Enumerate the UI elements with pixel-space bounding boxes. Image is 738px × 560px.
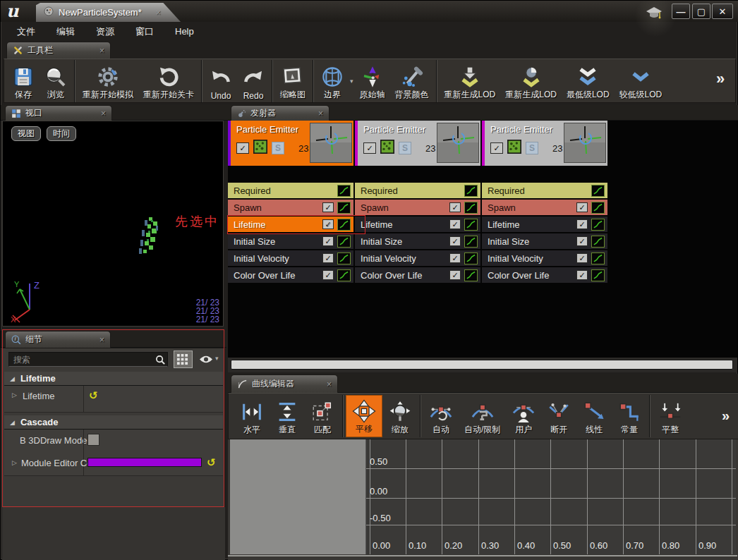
menu-item-2[interactable]: 编辑 <box>47 23 84 41</box>
module-row-color-over-life[interactable]: Color Over Life✓ <box>228 267 353 283</box>
module-row-color-over-life[interactable]: Color Over Life✓ <box>482 267 607 283</box>
menu-item-5[interactable]: Help <box>166 23 203 39</box>
module-curve-icon[interactable] <box>591 202 605 214</box>
module-curve-icon[interactable] <box>464 202 478 214</box>
module-row-required[interactable]: Required <box>355 183 480 198</box>
tab-emitters[interactable]: 发射器 × <box>231 105 329 121</box>
module-curve-icon[interactable] <box>337 202 351 214</box>
module-curve-icon[interactable] <box>337 269 351 281</box>
curve-button-断开[interactable]: 断开 <box>541 395 576 437</box>
toolbar-button-保存[interactable]: 保存 <box>7 61 40 102</box>
emitter-header[interactable]: Particle Emitter✓S23 <box>358 121 480 166</box>
emitter-enabled-checkbox[interactable]: ✓ <box>236 142 249 154</box>
module-row-lifetime[interactable]: Lifetime✓ <box>482 217 607 232</box>
module-row-initial-size[interactable]: Initial Size✓ <box>355 233 480 249</box>
module-curve-icon[interactable] <box>337 236 351 248</box>
module-enabled-checkbox[interactable]: ✓ <box>449 270 461 280</box>
module-enabled-checkbox[interactable]: ✓ <box>449 253 461 263</box>
toolbar-button-重新生成lod[interactable]: 重新生成LOD <box>440 61 501 102</box>
toolbar-button-重新开始模拟[interactable]: 重新开始模拟 <box>78 61 138 102</box>
divider[interactable] <box>83 430 84 475</box>
module-row-required[interactable]: Required <box>228 183 353 198</box>
curve-button-自动[interactable]: 自动 <box>423 395 459 437</box>
module-row-required[interactable]: Required <box>482 183 607 198</box>
curve-button-自动/限制[interactable]: 自动/限制 <box>459 395 506 437</box>
module-row-lifetime[interactable]: Lifetime✓ <box>355 217 480 232</box>
toolbar-button-边界[interactable]: 边界 <box>316 61 349 102</box>
minimize-button[interactable]: — <box>672 4 690 19</box>
curve-button-用户[interactable]: 用户 <box>506 395 541 437</box>
curve-toolbar-overflow-button[interactable]: » <box>722 408 730 424</box>
emitters-tab-close-icon[interactable]: × <box>318 109 323 118</box>
reset-to-default-icon[interactable]: ↺ <box>89 390 98 401</box>
module-row-spawn[interactable]: Spawn✓ <box>355 200 480 215</box>
section-expander-icon[interactable]: ◢ <box>10 375 15 382</box>
toolbar-tab-close-icon[interactable]: × <box>99 46 104 56</box>
toolbar-overflow-button[interactable]: » <box>716 70 725 88</box>
emitter-header-selected[interactable]: Particle Emitter✓S23 <box>231 121 353 166</box>
toolbar-button-缩略图[interactable]: 缩略图 <box>275 61 310 102</box>
module-curve-icon[interactable] <box>591 185 605 197</box>
asset-tab-close-icon[interactable]: × <box>156 8 161 18</box>
tab-curve-editor[interactable]: 曲线编辑器 × <box>231 375 338 393</box>
burst-icon[interactable] <box>507 140 521 157</box>
curve-button-常量[interactable]: 常量 <box>612 395 647 437</box>
curve-graph[interactable]: 0.500.00-0.500.000.100.200.300.400.500.6… <box>366 439 736 554</box>
module-curve-icon[interactable] <box>464 252 478 264</box>
module-enabled-checkbox[interactable]: ✓ <box>322 202 334 212</box>
toolbar-button-浏览[interactable]: 浏览 <box>40 61 72 102</box>
time-menu-button[interactable]: 时间 <box>47 126 76 141</box>
module-row-initial-velocity[interactable]: Initial Velocity✓ <box>355 250 480 266</box>
module-enabled-checkbox[interactable]: ✓ <box>449 236 461 246</box>
emitters-panel[interactable]: Particle Emitter✓S23RequiredSpawn✓Lifeti… <box>228 121 737 358</box>
curve-button-缩放[interactable]: 缩放 <box>382 395 418 437</box>
curve-button-平整[interactable]: 平整 <box>653 395 688 437</box>
view-menu-button[interactable]: 视图 <box>11 126 41 141</box>
view-options-eye-icon[interactable] <box>199 354 213 365</box>
toolbar-button-背景颜色[interactable]: 背景颜色 <box>390 61 434 102</box>
module-enabled-checkbox[interactable]: ✓ <box>576 270 588 280</box>
section-expander-icon[interactable]: ◢ <box>10 419 15 426</box>
solo-button[interactable]: S <box>526 142 538 154</box>
curve-button-线性[interactable]: 线性 <box>576 395 612 437</box>
tab-viewport[interactable]: 视口 × <box>5 105 112 121</box>
module-enabled-checkbox[interactable]: ✓ <box>576 253 588 263</box>
emitter-header[interactable]: Particle Emitter✓S23 <box>485 121 607 166</box>
module-curve-icon[interactable] <box>464 269 478 281</box>
module-enabled-checkbox[interactable]: ✓ <box>576 236 588 246</box>
curve-track-panel[interactable] <box>230 439 366 554</box>
toolbar-button-redo[interactable]: Redo <box>237 61 270 102</box>
toolbar-button-重新生成lod[interactable]: 重新生成LOD <box>500 61 562 102</box>
divider[interactable] <box>83 386 84 412</box>
curve-button-匹配[interactable]: 匹配 <box>305 395 340 437</box>
property-matrix-button[interactable] <box>174 351 193 368</box>
toolbar-button-重新开始关卡[interactable]: 重新开始关卡 <box>138 61 199 102</box>
module-row-initial-velocity[interactable]: Initial Velocity✓ <box>482 250 607 266</box>
details-row-lifetime[interactable]: ▷ Lifetime ↺ <box>4 386 223 413</box>
asset-tab[interactable]: NewParticleSystem* × <box>36 3 181 22</box>
3ddraw-checkbox[interactable] <box>87 434 99 446</box>
emitter-enabled-checkbox[interactable]: ✓ <box>363 142 376 154</box>
toolbar-button-最低级lod[interactable]: 最低级LOD <box>562 61 615 102</box>
section-header-lifetime[interactable]: ◢ Lifetime <box>4 372 223 386</box>
row-expander-icon[interactable]: ▷ <box>12 459 17 466</box>
curve-button-水平[interactable]: 水平 <box>234 395 270 437</box>
menu-item-1[interactable]: 文件 <box>8 23 44 41</box>
module-curve-icon[interactable] <box>591 219 605 231</box>
toolbar-button-较低级lod[interactable]: 较低级LOD <box>615 61 667 102</box>
module-editor-color-swatch[interactable] <box>87 458 202 467</box>
tutorial-cap-icon[interactable] <box>645 5 663 23</box>
module-enabled-checkbox[interactable]: ✓ <box>322 270 334 280</box>
search-input[interactable] <box>8 352 168 367</box>
module-enabled-checkbox[interactable]: ✓ <box>576 202 588 212</box>
curve-button-平移[interactable]: 平移 <box>346 395 382 437</box>
tab-toolbar[interactable]: 工具栏 × <box>6 42 111 59</box>
curve-button-垂直[interactable]: 垂直 <box>270 395 305 437</box>
viewport[interactable]: 视图 时间 先选中 Z Y X 21/ 2321/ 2321/ 23 <box>2 121 224 327</box>
module-curve-icon[interactable] <box>464 236 478 248</box>
menu-item-4[interactable]: 窗口 <box>126 23 163 41</box>
reset-to-default-icon[interactable]: ↺ <box>207 457 216 468</box>
emitter-enabled-checkbox[interactable]: ✓ <box>490 142 503 154</box>
module-curve-icon[interactable] <box>464 219 478 231</box>
solo-button[interactable]: S <box>272 142 284 154</box>
